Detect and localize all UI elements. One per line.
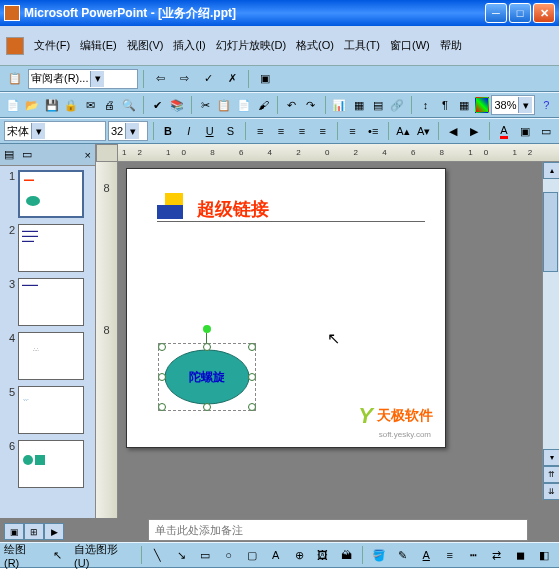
permission-button[interactable]: 🔒 [62, 95, 79, 115]
close-button[interactable]: ✕ [533, 3, 555, 23]
scrollbar-thumb[interactable] [543, 192, 558, 272]
arrow-style-button[interactable]: ⇄ [486, 545, 508, 565]
resize-handle[interactable] [248, 403, 256, 411]
vertical-scrollbar[interactable]: ▴ ▾ ⇈ ⇊ [542, 162, 559, 500]
zoom-combo[interactable]: 38% ▾ [491, 95, 535, 115]
line-style-button[interactable]: ≡ [439, 545, 461, 565]
bullets-button[interactable]: •≡ [364, 121, 383, 141]
save-button[interactable]: 💾 [43, 95, 60, 115]
select-button[interactable]: ↖ [47, 545, 69, 565]
outline-tab[interactable]: ▤ [4, 148, 14, 161]
redo-button[interactable]: ↷ [302, 95, 319, 115]
table-button[interactable]: ▦ [350, 95, 367, 115]
shape-text[interactable]: 陀螺旋 [162, 369, 252, 386]
slides-tab[interactable]: ▭ [22, 148, 32, 161]
research-button[interactable]: 📚 [168, 95, 185, 115]
rotation-handle[interactable] [203, 325, 211, 333]
new-button[interactable]: 📄 [4, 95, 21, 115]
help-button[interactable]: ? [537, 95, 554, 115]
slideshow-button[interactable]: ▶ [44, 523, 64, 540]
accept-button[interactable]: ✓ [197, 69, 219, 89]
menu-help[interactable]: 帮助 [440, 38, 462, 53]
menu-view[interactable]: 视图(V) [127, 38, 164, 53]
thumbnail-item[interactable]: 5 〰 [4, 386, 91, 434]
review-icon[interactable]: 📋 [4, 69, 26, 89]
slide-title[interactable]: 超级链接 [197, 197, 269, 221]
rectangle-button[interactable]: ▭ [194, 545, 216, 565]
copy-button[interactable]: 📋 [216, 95, 233, 115]
resize-handle[interactable] [158, 343, 166, 351]
print-button[interactable]: 🖨 [101, 95, 118, 115]
increase-font-button[interactable]: A▴ [393, 121, 412, 141]
fill-color-button[interactable]: 🪣 [368, 545, 390, 565]
horizontal-ruler[interactable]: 12 10 8 6 4 2 0 2 4 6 8 10 12 [118, 144, 559, 162]
clipart-button[interactable]: 🖼 [312, 545, 334, 565]
notes-input[interactable] [148, 519, 528, 541]
cut-button[interactable]: ✂ [196, 95, 213, 115]
wordart-button[interactable]: A [265, 545, 287, 565]
line-button[interactable]: ╲ [147, 545, 169, 565]
maximize-button[interactable]: □ [509, 3, 531, 23]
reject-button[interactable]: ✗ [221, 69, 243, 89]
menu-tools[interactable]: 工具(T) [344, 38, 380, 53]
thumbnail-item[interactable]: 4 ∴∴ [4, 332, 91, 380]
grid-button[interactable]: ▦ [456, 95, 473, 115]
decrease-font-button[interactable]: A▾ [414, 121, 433, 141]
new-slide-button[interactable]: ▭ [536, 121, 555, 141]
dash-style-button[interactable]: ┅ [463, 545, 485, 565]
thumbnail-item[interactable]: 2 ▬▬▬▬▬▬▬▬▬▬▬ [4, 224, 91, 272]
justify-button[interactable]: ≡ [313, 121, 332, 141]
oval-button[interactable]: ○ [218, 545, 240, 565]
resize-handle[interactable] [158, 403, 166, 411]
reviewer-combo[interactable]: 审阅者(R)... ▾ [28, 69, 138, 89]
slide-canvas[interactable]: 超级链接 陀螺旋 Y [126, 168, 452, 482]
font-color-button[interactable]: A [415, 545, 437, 565]
tables-borders-button[interactable]: ▤ [369, 95, 386, 115]
align-right-button[interactable]: ≡ [292, 121, 311, 141]
show-formatting-button[interactable]: ¶ [436, 95, 453, 115]
thumbnail-item[interactable]: 6 [4, 440, 91, 488]
scroll-down-button[interactable]: ▾ [543, 449, 559, 466]
font-color-button[interactable]: A [495, 121, 514, 141]
slide-thumbnail[interactable]: 〰 [18, 386, 84, 434]
arrow-button[interactable]: ↘ [171, 545, 193, 565]
design-button[interactable]: ▣ [515, 121, 534, 141]
diagram-button[interactable]: ⊕ [289, 545, 311, 565]
undo-button[interactable]: ↶ [283, 95, 300, 115]
menu-file[interactable]: 文件(F) [34, 38, 70, 53]
thumbnail-item[interactable]: 1 ▬▬ [4, 170, 91, 218]
format-painter-button[interactable]: 🖌 [255, 95, 272, 115]
thumbnail-list[interactable]: 1 ▬▬ 2 ▬▬▬▬▬▬▬▬▬▬▬ 3 ▬▬▬▬ 4 ∴∴ 5 〰 6 [0, 166, 95, 518]
close-panel-button[interactable]: × [85, 149, 91, 161]
sorter-view-button[interactable]: ⊞ [24, 523, 44, 540]
expand-button[interactable]: ↕ [417, 95, 434, 115]
thumbnail-item[interactable]: 3 ▬▬▬▬ [4, 278, 91, 326]
decrease-indent-button[interactable]: ◀ [444, 121, 463, 141]
italic-button[interactable]: I [179, 121, 198, 141]
preview-button[interactable]: 🔍 [121, 95, 138, 115]
shadow-style-button[interactable]: ◼ [510, 545, 532, 565]
scroll-up-button[interactable]: ▴ [543, 162, 559, 179]
align-left-button[interactable]: ≡ [251, 121, 270, 141]
prev-change-button[interactable]: ⇦ [149, 69, 171, 89]
menu-insert[interactable]: 插入(I) [173, 38, 205, 53]
minimize-button[interactable]: ─ [485, 3, 507, 23]
shadow-button[interactable]: S [221, 121, 240, 141]
slide-thumbnail[interactable]: ∴∴ [18, 332, 84, 380]
resize-handle[interactable] [248, 343, 256, 351]
menu-window[interactable]: 窗口(W) [390, 38, 430, 53]
vertical-ruler[interactable]: 8 8 [96, 162, 118, 518]
next-change-button[interactable]: ⇨ [173, 69, 195, 89]
increase-indent-button[interactable]: ▶ [465, 121, 484, 141]
numbering-button[interactable]: ≡ [343, 121, 362, 141]
draw-menu[interactable]: 绘图(R) [4, 542, 41, 569]
font-combo[interactable]: 宋体 ▾ [4, 121, 106, 141]
bold-button[interactable]: B [159, 121, 178, 141]
end-review-button[interactable]: ▣ [254, 69, 276, 89]
selected-ellipse-shape[interactable]: 陀螺旋 [162, 347, 252, 407]
underline-button[interactable]: U [200, 121, 219, 141]
slide-thumbnail[interactable]: ▬▬▬▬ [18, 278, 84, 326]
picture-button[interactable]: 🏔 [336, 545, 358, 565]
chart-button[interactable]: 📊 [330, 95, 347, 115]
resize-handle[interactable] [203, 343, 211, 351]
